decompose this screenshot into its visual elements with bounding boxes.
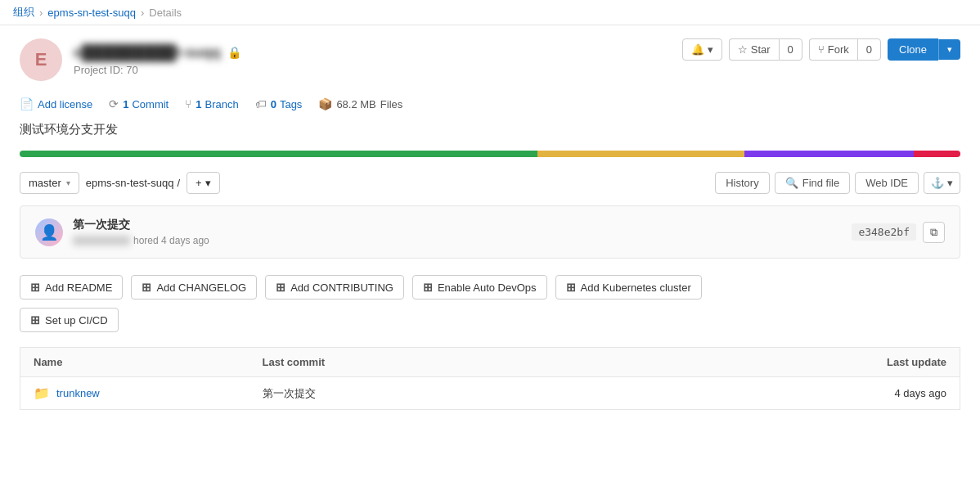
star-label: Star (751, 43, 771, 56)
avatar: E (20, 38, 62, 81)
lang-segment-4 (914, 151, 961, 157)
commit-hash: e348e2bf (852, 223, 916, 241)
find-file-label: Find file (802, 177, 840, 189)
branch-icon: ⑂ (185, 97, 191, 110)
path-row: master ▾ epms-sn-test-suqq / + ▾ History… (20, 172, 960, 194)
commit-icon: ⟳ (109, 97, 119, 110)
project-info: e█████████t-suqq 🔒 Project ID: 70 (74, 44, 241, 76)
add-changelog-button[interactable]: ⊞ Add CHANGELOG (131, 275, 257, 300)
tag-icon: 🏷 (255, 97, 267, 110)
file-link[interactable]: trunknew (56, 387, 100, 399)
project-id: Project ID: 70 (74, 64, 241, 76)
commit-title: 第一次提交 (73, 218, 852, 232)
stat-license: 📄 Add license (20, 97, 92, 110)
action-buttons: ⊞ Add README ⊞ Add CHANGELOG ⊞ Add CONTR… (20, 275, 960, 300)
commit-hash-area: e348e2bf ⧉ (852, 222, 945, 243)
enable-auto-devops-button[interactable]: ⊞ Enable Auto DevOps (412, 275, 547, 300)
project-description: 测试环境分支开发 (20, 122, 960, 137)
commits-count: 1 (123, 98, 128, 110)
commits-label: Commit (132, 98, 169, 110)
add-contributing-button[interactable]: ⊞ Add CONTRIBUTING (265, 275, 404, 300)
clone-dropdown-button[interactable]: ▾ (938, 39, 960, 60)
stat-storage: 📦 68.2 MB Files (318, 97, 402, 110)
add-readme-button[interactable]: ⊞ Add README (20, 275, 123, 300)
action-buttons-row2: ⊞ Set up CI/CD (20, 308, 960, 332)
web-ide-button[interactable]: Web IDE (855, 172, 919, 194)
find-file-button[interactable]: 🔍 Find file (775, 172, 851, 194)
breadcrumb: 组织 › epms-sn-test-suqq › Details (0, 0, 980, 25)
path-add-button[interactable]: + ▾ (187, 172, 220, 194)
col-header-last-update: Last update (829, 348, 960, 377)
star-button[interactable]: ☆ Star (729, 38, 779, 61)
add-license-link[interactable]: Add license (38, 98, 92, 110)
branch-name: master (29, 177, 61, 189)
changelog-plus-icon: ⊞ (142, 281, 151, 294)
commits-link[interactable]: 1 Commit (123, 98, 169, 110)
path-add-arrow: ▾ (205, 177, 211, 189)
file-table-header-row: Name Last commit Last update (20, 348, 960, 377)
notification-arrow: ▾ (708, 43, 713, 56)
tags-count: 0 (271, 98, 276, 110)
bell-icon: 🔔 (691, 43, 704, 56)
tags-label: Tags (280, 98, 302, 110)
files-label: Files (380, 98, 402, 110)
breadcrumb-sep1: › (39, 7, 43, 19)
lang-segment-2 (537, 151, 744, 157)
breadcrumb-current: Details (149, 7, 182, 19)
fork-button[interactable]: ⑂ Fork (809, 38, 857, 61)
last-update-cell: 4 days ago (829, 377, 960, 410)
search-icon: 🔍 (785, 177, 798, 189)
path-row-actions: History 🔍 Find file Web IDE ⚓ ▾ (715, 172, 960, 194)
notification-button[interactable]: 🔔 ▾ (682, 38, 722, 61)
lang-segment-3 (744, 151, 914, 157)
project-title: e█████████t-suqq 🔒 (74, 44, 241, 61)
storage-icon: 📦 (318, 97, 332, 110)
commit-box: 👤 第一次提交 hored 4 days ago e348e2bf ⧉ (20, 205, 960, 259)
contributing-plus-icon: ⊞ (276, 281, 285, 294)
breadcrumb-sep2: › (141, 7, 144, 19)
more-options-button[interactable]: ⚓ ▾ (924, 172, 960, 194)
project-name-blurred: e█████████t-suqq (74, 44, 221, 61)
path-separator: / (177, 177, 180, 189)
copy-icon: ⧉ (930, 226, 937, 238)
col-header-name: Name (20, 348, 249, 377)
path-repo-name: epms-sn-test-suqq (86, 177, 174, 189)
clone-button[interactable]: Clone (888, 38, 938, 61)
commit-time: hored 4 days ago (133, 235, 209, 246)
folder-icon: 📁 (34, 385, 50, 401)
commit-meta: hored 4 days ago (73, 235, 852, 246)
commit-avatar: 👤 (35, 218, 63, 246)
commit-avatar-image: 👤 (35, 218, 63, 246)
commit-author-blurred (73, 236, 130, 246)
add-kubernetes-button[interactable]: ⊞ Add Kubernetes cluster (555, 275, 702, 300)
storage-size: 68.2 MB (336, 98, 375, 110)
last-commit-cell: 第一次提交 (249, 377, 829, 410)
devops-plus-icon: ⊞ (423, 281, 433, 294)
last-update-time: 4 days ago (894, 387, 946, 399)
language-bar (20, 151, 960, 157)
tags-link[interactable]: 0 Tags (271, 98, 303, 110)
anchor-icon: ⚓ (931, 177, 944, 189)
path-breadcrumb: epms-sn-test-suqq / (86, 177, 180, 189)
branch-selector[interactable]: master ▾ (20, 172, 79, 194)
copy-hash-button[interactable]: ⧉ (923, 222, 945, 243)
more-arrow: ▾ (947, 177, 953, 189)
add-kubernetes-label: Add Kubernetes cluster (581, 282, 691, 294)
project-actions: 🔔 ▾ ☆ Star 0 ⑂ Fork 0 Clone (682, 38, 960, 61)
setup-ci-cd-label: Set up CI/CD (45, 314, 108, 327)
license-icon: 📄 (20, 97, 34, 110)
breadcrumb-org[interactable]: 组织 (13, 5, 34, 20)
history-button[interactable]: History (715, 172, 769, 194)
kubernetes-plus-icon: ⊞ (566, 281, 576, 294)
add-changelog-label: Add CHANGELOG (156, 282, 246, 294)
table-row: 📁 trunknew 第一次提交 4 days ago (20, 377, 960, 410)
branches-label: Branch (205, 98, 238, 110)
fork-icon: ⑂ (818, 43, 825, 56)
stat-branches: ⑂ 1 Branch (185, 97, 238, 110)
enable-auto-devops-label: Enable Auto DevOps (438, 282, 537, 294)
branches-link[interactable]: 1 Branch (196, 98, 238, 110)
file-table: Name Last commit Last update 📁 trunknew … (20, 347, 960, 410)
fork-label: Fork (828, 43, 849, 56)
setup-ci-cd-button[interactable]: ⊞ Set up CI/CD (20, 308, 119, 332)
breadcrumb-repo[interactable]: epms-sn-test-suqq (47, 7, 136, 19)
